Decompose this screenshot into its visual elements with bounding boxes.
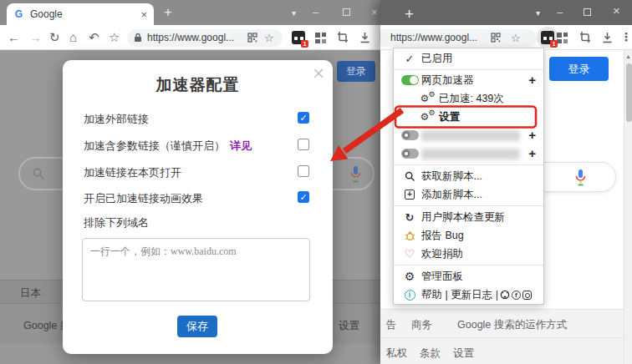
footer-links-band: 私权 条款 设置 bbox=[380, 337, 624, 364]
heart-icon: ♡ bbox=[401, 248, 418, 260]
mic-icon[interactable] bbox=[574, 169, 587, 187]
bookmark-star-icon[interactable]: ☆ bbox=[109, 30, 120, 45]
menu-item-check-updates[interactable]: ↻ 用户脚本检查更新 bbox=[394, 208, 543, 226]
menu-item-help[interactable]: i 帮助 | 更新日志 | f bbox=[394, 286, 543, 304]
forward-icon[interactable]: → bbox=[29, 30, 42, 45]
footer-link-settings[interactable]: 设置 bbox=[339, 319, 359, 333]
menu-item-add-script[interactable]: + 添加新脚本... bbox=[394, 185, 543, 204]
signin-button-right[interactable]: 登录 bbox=[549, 57, 609, 81]
footer-links-band: 告 商务 Google 搜索的运作方式 bbox=[380, 309, 624, 337]
bookmark-page-star-icon[interactable]: ☆ bbox=[264, 32, 274, 44]
toggle-off-icon[interactable] bbox=[401, 130, 419, 140]
footer-link[interactable]: 商务 bbox=[411, 318, 432, 332]
instagram-icon[interactable] bbox=[522, 291, 532, 300]
signin-button-left[interactable]: 登录 bbox=[337, 61, 375, 82]
browser-menu-kebab-icon[interactable]: ⋮ bbox=[620, 30, 632, 43]
grid-extension-icon[interactable] bbox=[557, 33, 568, 43]
option-label: 加速链接在本页打开 bbox=[84, 166, 181, 179]
address-bar[interactable]: https://www.googl... ☆ bbox=[380, 29, 537, 47]
menu-label: 设置 bbox=[439, 110, 460, 124]
tab-search-caret-icon[interactable]: ▾ bbox=[536, 8, 540, 18]
address-bar[interactable]: https://www.googl... ☆ bbox=[127, 29, 283, 47]
menu-item-report-bug[interactable]: 报告 Bug bbox=[394, 226, 543, 245]
menu-label: 报告 Bug bbox=[421, 229, 464, 243]
footer-country: 日本 bbox=[20, 286, 41, 301]
menu-label: 管理面板 bbox=[421, 270, 463, 284]
reload-icon[interactable]: ↻ bbox=[49, 30, 60, 45]
grid-extension-icon[interactable] bbox=[315, 33, 326, 43]
maximize-button[interactable] bbox=[343, 8, 350, 16]
tampermonkey-badge: 1 bbox=[550, 40, 558, 48]
url-text: https://www.googl... bbox=[390, 32, 484, 43]
close-window-button[interactable]: × bbox=[613, 5, 620, 16]
toggle-on-icon[interactable] bbox=[401, 75, 419, 85]
footer-link[interactable]: Google 搜索的运作方式 bbox=[457, 318, 567, 332]
option-label: 开启已加速链接动画效果 bbox=[84, 192, 203, 205]
qr-code-icon[interactable] bbox=[491, 33, 501, 43]
footer-link[interactable]: 私权 bbox=[386, 346, 407, 361]
menu-item-dashboard[interactable]: ⚙ 管理面板 bbox=[394, 267, 543, 286]
crop-icon[interactable] bbox=[337, 32, 349, 43]
menu-item-enabled[interactable]: ✓ 已启用 bbox=[394, 49, 543, 68]
details-link[interactable]: 详见 bbox=[230, 139, 252, 152]
download-icon[interactable] bbox=[359, 32, 370, 43]
mic-icon[interactable] bbox=[349, 165, 362, 184]
option-label: 加速外部链接 bbox=[84, 113, 149, 125]
close-window-button[interactable]: × bbox=[371, 7, 378, 18]
github-icon[interactable] bbox=[500, 290, 510, 300]
bug-icon bbox=[405, 230, 415, 241]
footer-link[interactable]: 条款 bbox=[420, 346, 441, 361]
scroll-up-arrow-icon[interactable]: ▲ bbox=[625, 53, 631, 59]
google-page: 登录 告 商务 Google 搜索的运作方式 私权 条款 设置 ▲ ✓ bbox=[380, 50, 632, 364]
checkbox-open-same-page[interactable] bbox=[298, 165, 309, 177]
menu-label: 用户脚本检查更新 bbox=[421, 210, 505, 225]
expand-plus-icon[interactable]: + bbox=[528, 146, 536, 160]
menu-item-script-disabled[interactable]: + bbox=[394, 144, 543, 163]
tab-close-icon[interactable]: × bbox=[140, 8, 147, 21]
home-icon[interactable]: ⌂ bbox=[69, 30, 77, 45]
option-row: 开启已加速链接动画效果 ✓ bbox=[84, 190, 312, 207]
checkbox-animation-effect[interactable]: ✓ bbox=[298, 191, 309, 203]
tab-google[interactable]: G Google × bbox=[7, 3, 154, 25]
menu-item-donate[interactable]: ♡ 欢迎捐助 bbox=[394, 245, 543, 263]
tampermonkey-menu: ✓ 已启用 网页加速器 + ⚙⚙ 已加速: 439次 ⚙⚙ 设置 bbox=[393, 48, 544, 305]
expand-plus-icon[interactable]: + bbox=[528, 73, 536, 87]
minimize-button[interactable]: – bbox=[313, 7, 319, 18]
toggle-off-icon[interactable] bbox=[401, 149, 419, 159]
facebook-icon[interactable]: f bbox=[512, 291, 521, 300]
menu-item-get-scripts[interactable]: 获取新脚本... bbox=[394, 167, 543, 185]
bookmark-page-star-icon[interactable]: ☆ bbox=[511, 32, 521, 44]
checkbox-accelerate-params[interactable] bbox=[298, 139, 309, 150]
minimize-button[interactable]: – bbox=[557, 7, 563, 18]
undo-extension-icon[interactable]: ↶ bbox=[89, 30, 99, 45]
save-button[interactable]: 保存 bbox=[177, 316, 217, 337]
menu-item-accel-count[interactable]: ⚙⚙ 已加速: 439次 bbox=[394, 89, 543, 108]
menu-item-web-accelerator[interactable]: 网页加速器 + bbox=[394, 71, 543, 89]
menu-item-script-disabled[interactable]: + bbox=[394, 126, 543, 144]
footer-link[interactable]: 告 bbox=[386, 318, 397, 332]
crop-icon[interactable] bbox=[579, 32, 591, 43]
exclude-domains-textarea[interactable] bbox=[82, 238, 310, 301]
menu-label: 已启用 bbox=[421, 52, 453, 66]
toolbar-left: ← → ↻ ⌂ ↶ ☆ https://www.googl... ☆ 1 ⋮ bbox=[0, 25, 383, 50]
exclude-domains-label: 排除下列域名 bbox=[84, 215, 149, 230]
footer-link-settings[interactable]: 设置 bbox=[453, 346, 474, 361]
back-icon[interactable]: ← bbox=[8, 30, 20, 45]
expand-plus-icon[interactable]: + bbox=[528, 128, 536, 142]
url-text: https://www.googl... bbox=[147, 32, 241, 43]
new-tab-button[interactable]: + bbox=[164, 5, 172, 19]
new-tab-button[interactable]: + bbox=[405, 7, 414, 21]
tampermonkey-icon[interactable]: 1 bbox=[292, 31, 305, 44]
option-row: 加速链接在本页打开 bbox=[84, 164, 312, 181]
tab-search-caret-icon[interactable]: ▾ bbox=[292, 8, 296, 18]
refresh-icon: ↻ bbox=[401, 211, 418, 224]
tampermonkey-badge: 1 bbox=[301, 40, 308, 48]
menu-item-settings[interactable]: ⚙⚙ 设置 bbox=[394, 108, 543, 126]
qr-code-icon[interactable] bbox=[247, 33, 257, 43]
scrollbar-thumb[interactable] bbox=[626, 63, 632, 122]
download-icon[interactable] bbox=[602, 32, 613, 43]
scrollbar[interactable]: ▲ bbox=[624, 50, 632, 364]
tampermonkey-icon[interactable]: 1 bbox=[541, 31, 554, 44]
checkbox-accelerate-external[interactable]: ✓ bbox=[298, 112, 309, 124]
maximize-button[interactable] bbox=[584, 8, 591, 16]
